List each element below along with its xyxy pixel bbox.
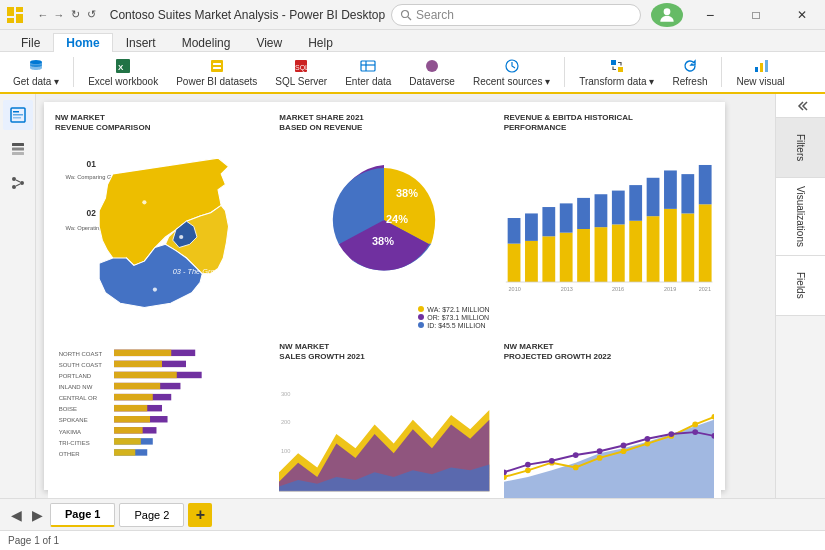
tab-modeling[interactable]: Modeling: [169, 33, 244, 52]
status-text: Page 1 of 1: [8, 535, 59, 546]
redo-btn[interactable]: ↺: [84, 8, 98, 22]
svg-point-130: [711, 414, 714, 420]
svg-text:2010: 2010: [508, 286, 520, 292]
svg-point-139: [692, 429, 698, 435]
svg-rect-59: [594, 227, 607, 282]
canvas-area[interactable]: NW MARKET REVENUE COMPARISON 01 Wa: Comp…: [36, 94, 775, 498]
back-btn[interactable]: ←: [36, 8, 50, 22]
svg-rect-72: [698, 165, 711, 204]
svg-point-122: [525, 467, 531, 473]
window-controls-right: − □ ✕: [687, 0, 825, 30]
refresh-btn[interactable]: Refresh: [665, 54, 714, 90]
visual-revenue-ebitda[interactable]: REVENUE & EBITDA HISTORICAL PERFORMANCE: [497, 106, 721, 335]
svg-text:SQL: SQL: [295, 64, 309, 72]
dataverse-btn[interactable]: Dataverse: [402, 54, 462, 90]
page-tab-1[interactable]: Page 1: [50, 503, 115, 527]
tab-insert[interactable]: Insert: [113, 33, 169, 52]
svg-text:OTHER: OTHER: [59, 451, 81, 457]
tab-home[interactable]: Home: [53, 33, 112, 52]
svg-rect-65: [646, 216, 659, 282]
visual-projected-growth[interactable]: NW MARKET PROJECTED GROWTH 2022: [497, 335, 721, 498]
svg-rect-12: [213, 67, 221, 69]
user-avatar[interactable]: [651, 3, 683, 27]
svg-text:Apr: Apr: [365, 497, 374, 498]
tab-file[interactable]: File: [8, 33, 53, 52]
hbar-svg: NORTH COAST SOUTH COAST PORTLAND INLAND …: [55, 345, 265, 493]
minimize-btn[interactable]: −: [687, 0, 733, 30]
visual-horizontal-bars[interactable]: NORTH COAST SOUTH COAST PORTLAND INLAND …: [48, 335, 272, 498]
svg-rect-53: [542, 236, 555, 282]
svg-point-125: [596, 455, 602, 461]
svg-point-43: [142, 200, 146, 204]
page-prev-btn[interactable]: ◀: [8, 507, 25, 523]
svg-rect-108: [114, 450, 135, 456]
tab-view[interactable]: View: [243, 33, 295, 52]
svg-text:Mar: Mar: [337, 497, 347, 498]
legend-item-id: ID: $45.5 MILLION: [418, 322, 489, 329]
collapse-panels-btn[interactable]: [776, 94, 825, 118]
visualizations-panel-tab[interactable]: Visualizations: [776, 178, 825, 256]
nav-model[interactable]: [3, 168, 33, 198]
visual-sales-growth[interactable]: NW MARKET SALES GROWTH 2021 300 200: [272, 335, 496, 498]
svg-text:2013: 2013: [560, 286, 572, 292]
svg-text:INLAND NW: INLAND NW: [59, 385, 93, 391]
legend-label-id: ID: $45.5 MILLION: [427, 322, 485, 329]
svg-rect-27: [13, 114, 23, 116]
svg-point-126: [620, 448, 626, 454]
enter-data-btn[interactable]: Enter data: [338, 54, 398, 90]
svg-rect-99: [114, 416, 150, 422]
visual-body-nw-market-revenue: 01 Wa: Comparing Group $1.9M 02 Wa: Oper…: [55, 135, 265, 328]
visual-body-sales-growth: 300 200 100 Jan Feb Mar Apr May Jun Jul …: [279, 365, 489, 498]
data-icon: [9, 140, 27, 158]
svg-text:03 - The Growing NW MKT: 03 - The Growing NW MKT: [173, 267, 262, 276]
svg-rect-3: [7, 18, 14, 23]
svg-point-132: [525, 461, 531, 467]
line-svg: Jan Mar May Jul Sep: [504, 365, 714, 498]
svg-text:SOUTH COAST: SOUTH COAST: [59, 363, 103, 369]
tab-help[interactable]: Help: [295, 33, 346, 52]
transform-data-btn[interactable]: Transform data ▾: [572, 54, 661, 90]
powerbi-datasets-btn[interactable]: Power BI datasets: [169, 54, 264, 90]
maximize-btn[interactable]: □: [733, 0, 779, 30]
svg-rect-55: [559, 233, 572, 282]
new-visual-btn[interactable]: New visual: [729, 54, 791, 90]
page-tab-2[interactable]: Page 2: [119, 503, 184, 527]
sql-icon: SQL: [293, 58, 309, 74]
close-btn[interactable]: ✕: [779, 0, 825, 30]
svg-rect-66: [646, 178, 659, 216]
get-data-btn[interactable]: Get data ▾: [6, 54, 66, 90]
pie-svg: 38% 38% 24%: [314, 155, 454, 285]
page-next-btn[interactable]: ▶: [29, 507, 46, 523]
forward-btn[interactable]: →: [52, 8, 66, 22]
window-title: Contoso Suites Market Analysis - Power B…: [104, 8, 391, 22]
svg-line-5: [408, 17, 411, 20]
recent-sources-btn[interactable]: Recent sources ▾: [466, 54, 557, 90]
svg-text:CENTRAL OR: CENTRAL OR: [59, 396, 98, 402]
visual-title-revenue-ebitda: REVENUE & EBITDA HISTORICAL PERFORMANCE: [504, 113, 714, 132]
visual-icon: [753, 58, 769, 74]
visual-title-market-share: MARKET SHARE 2021 BASED ON REVENUE: [279, 113, 489, 132]
sql-btn[interactable]: SQL SQL Server: [268, 54, 334, 90]
enter-data-label: Enter data: [345, 76, 391, 87]
svg-rect-102: [114, 428, 143, 434]
nav-report[interactable]: [3, 100, 33, 130]
fields-panel-tab[interactable]: Fields: [776, 256, 825, 316]
svg-point-136: [620, 442, 626, 448]
svg-rect-90: [114, 383, 160, 389]
svg-rect-93: [114, 394, 153, 400]
svg-rect-61: [612, 225, 625, 283]
svg-rect-70: [681, 174, 694, 213]
undo-btn[interactable]: ↻: [68, 8, 82, 22]
svg-rect-105: [114, 439, 141, 445]
filters-panel-tab[interactable]: Filters: [776, 118, 825, 178]
svg-rect-28: [13, 117, 21, 119]
legend-dot-wa: [418, 306, 424, 312]
excel-btn[interactable]: X Excel workbook: [81, 54, 165, 90]
svg-text:X: X: [118, 63, 124, 72]
search-box[interactable]: Search: [391, 4, 641, 26]
add-page-btn[interactable]: +: [188, 503, 212, 527]
svg-point-18: [426, 60, 438, 72]
nav-data[interactable]: [3, 134, 33, 164]
visual-market-share[interactable]: MARKET SHARE 2021 BASED ON REVENUE: [272, 106, 496, 335]
visual-nw-market-revenue[interactable]: NW MARKET REVENUE COMPARISON 01 Wa: Comp…: [48, 106, 272, 335]
